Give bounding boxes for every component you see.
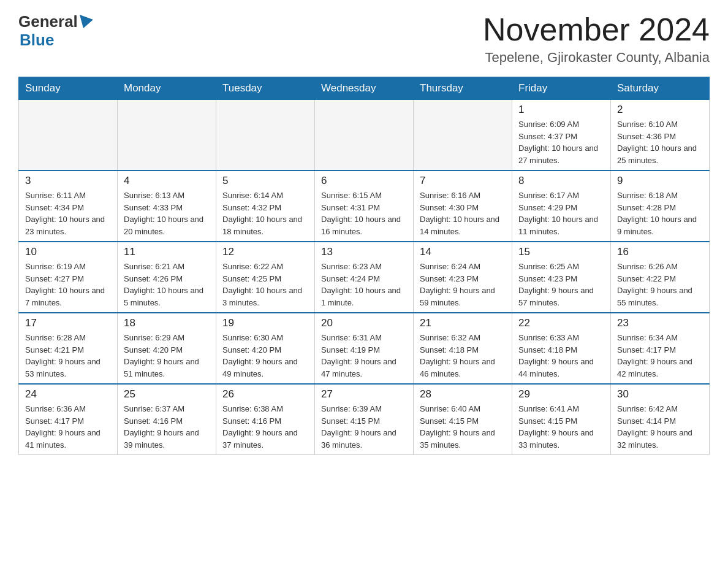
calendar-day-cell: 19Sunrise: 6:30 AM Sunset: 4:20 PM Dayli… xyxy=(216,313,315,384)
day-info: Sunrise: 6:18 AM Sunset: 4:28 PM Dayligh… xyxy=(617,190,703,237)
calendar-day-cell: 21Sunrise: 6:32 AM Sunset: 4:18 PM Dayli… xyxy=(414,313,512,384)
col-tuesday: Tuesday xyxy=(216,77,315,100)
day-info: Sunrise: 6:40 AM Sunset: 4:15 PM Dayligh… xyxy=(420,403,506,451)
calendar-day-cell: 5Sunrise: 6:14 AM Sunset: 4:32 PM Daylig… xyxy=(216,170,315,242)
day-info: Sunrise: 6:19 AM Sunset: 4:27 PM Dayligh… xyxy=(25,261,111,308)
calendar-day-cell: 13Sunrise: 6:23 AM Sunset: 4:24 PM Dayli… xyxy=(315,242,414,313)
day-info: Sunrise: 6:39 AM Sunset: 4:15 PM Dayligh… xyxy=(321,403,407,451)
day-number: 27 xyxy=(321,388,407,400)
title-area: November 2024 Tepelene, Gjirokaster Coun… xyxy=(483,12,710,66)
calendar-day-cell xyxy=(315,100,414,171)
day-info: Sunrise: 6:24 AM Sunset: 4:23 PM Dayligh… xyxy=(420,261,506,308)
day-info: Sunrise: 6:11 AM Sunset: 4:34 PM Dayligh… xyxy=(25,190,111,237)
month-title: November 2024 xyxy=(483,12,710,47)
calendar-day-cell xyxy=(19,100,118,171)
svg-marker-0 xyxy=(80,15,93,28)
calendar-day-cell: 9Sunrise: 6:18 AM Sunset: 4:28 PM Daylig… xyxy=(611,170,710,242)
calendar-day-cell: 16Sunrise: 6:26 AM Sunset: 4:22 PM Dayli… xyxy=(611,242,710,313)
calendar-week-row: 10Sunrise: 6:19 AM Sunset: 4:27 PM Dayli… xyxy=(19,242,710,313)
col-monday: Monday xyxy=(118,77,216,100)
logo-general-text: General xyxy=(18,13,78,29)
day-number: 3 xyxy=(25,175,111,187)
day-info: Sunrise: 6:38 AM Sunset: 4:16 PM Dayligh… xyxy=(222,403,308,451)
calendar-day-cell: 18Sunrise: 6:29 AM Sunset: 4:20 PM Dayli… xyxy=(118,313,216,384)
calendar-week-row: 24Sunrise: 6:36 AM Sunset: 4:17 PM Dayli… xyxy=(19,384,710,455)
logo-blue-text: Blue xyxy=(20,32,54,48)
day-info: Sunrise: 6:10 AM Sunset: 4:36 PM Dayligh… xyxy=(617,118,703,166)
calendar-day-cell: 14Sunrise: 6:24 AM Sunset: 4:23 PM Dayli… xyxy=(414,242,512,313)
day-info: Sunrise: 6:13 AM Sunset: 4:33 PM Dayligh… xyxy=(124,190,210,237)
day-number: 23 xyxy=(617,317,703,329)
calendar-day-cell: 22Sunrise: 6:33 AM Sunset: 4:18 PM Dayli… xyxy=(512,313,611,384)
day-number: 9 xyxy=(617,175,703,187)
day-info: Sunrise: 6:21 AM Sunset: 4:26 PM Dayligh… xyxy=(124,261,210,308)
day-info: Sunrise: 6:28 AM Sunset: 4:21 PM Dayligh… xyxy=(25,332,111,380)
day-number: 7 xyxy=(420,175,506,187)
day-number: 25 xyxy=(124,388,210,400)
day-number: 29 xyxy=(518,388,604,400)
day-number: 16 xyxy=(617,246,703,258)
calendar-day-cell: 17Sunrise: 6:28 AM Sunset: 4:21 PM Dayli… xyxy=(19,313,118,384)
day-number: 4 xyxy=(124,175,210,187)
calendar-day-cell: 10Sunrise: 6:19 AM Sunset: 4:27 PM Dayli… xyxy=(19,242,118,313)
day-number: 21 xyxy=(420,317,506,329)
day-info: Sunrise: 6:17 AM Sunset: 4:29 PM Dayligh… xyxy=(518,190,604,237)
calendar-day-cell: 20Sunrise: 6:31 AM Sunset: 4:19 PM Dayli… xyxy=(315,313,414,384)
day-info: Sunrise: 6:23 AM Sunset: 4:24 PM Dayligh… xyxy=(321,261,407,308)
calendar-day-cell: 30Sunrise: 6:42 AM Sunset: 4:14 PM Dayli… xyxy=(611,384,710,455)
day-info: Sunrise: 6:31 AM Sunset: 4:19 PM Dayligh… xyxy=(321,332,407,380)
day-number: 12 xyxy=(222,246,308,258)
day-number: 17 xyxy=(25,317,111,329)
day-number: 6 xyxy=(321,175,407,187)
day-info: Sunrise: 6:22 AM Sunset: 4:25 PM Dayligh… xyxy=(222,261,308,308)
calendar-day-cell xyxy=(414,100,512,171)
calendar-day-cell: 4Sunrise: 6:13 AM Sunset: 4:33 PM Daylig… xyxy=(118,170,216,242)
day-info: Sunrise: 6:36 AM Sunset: 4:17 PM Dayligh… xyxy=(25,403,111,451)
calendar-week-row: 17Sunrise: 6:28 AM Sunset: 4:21 PM Dayli… xyxy=(19,313,710,384)
calendar-week-row: 3Sunrise: 6:11 AM Sunset: 4:34 PM Daylig… xyxy=(19,170,710,242)
day-number: 22 xyxy=(518,317,604,329)
page-header: General Blue November 2024 Tepelene, Gji… xyxy=(18,12,710,66)
calendar-day-cell: 28Sunrise: 6:40 AM Sunset: 4:15 PM Dayli… xyxy=(414,384,512,455)
day-number: 19 xyxy=(222,317,308,329)
calendar-day-cell: 27Sunrise: 6:39 AM Sunset: 4:15 PM Dayli… xyxy=(315,384,414,455)
day-info: Sunrise: 6:34 AM Sunset: 4:17 PM Dayligh… xyxy=(617,332,703,380)
calendar-day-cell: 2Sunrise: 6:10 AM Sunset: 4:36 PM Daylig… xyxy=(611,100,710,171)
day-info: Sunrise: 6:09 AM Sunset: 4:37 PM Dayligh… xyxy=(518,118,604,166)
calendar-day-cell: 26Sunrise: 6:38 AM Sunset: 4:16 PM Dayli… xyxy=(216,384,315,455)
calendar-day-cell: 7Sunrise: 6:16 AM Sunset: 4:30 PM Daylig… xyxy=(414,170,512,242)
calendar-day-cell xyxy=(118,100,216,171)
day-number: 2 xyxy=(617,104,703,116)
day-info: Sunrise: 6:30 AM Sunset: 4:20 PM Dayligh… xyxy=(222,332,308,380)
logo-triangle-icon xyxy=(80,15,93,28)
col-sunday: Sunday xyxy=(19,77,118,100)
day-number: 5 xyxy=(222,175,308,187)
calendar-day-cell: 25Sunrise: 6:37 AM Sunset: 4:16 PM Dayli… xyxy=(118,384,216,455)
logo: General Blue xyxy=(18,12,93,48)
day-number: 11 xyxy=(124,246,210,258)
day-info: Sunrise: 6:26 AM Sunset: 4:22 PM Dayligh… xyxy=(617,261,703,308)
day-info: Sunrise: 6:14 AM Sunset: 4:32 PM Dayligh… xyxy=(222,190,308,237)
calendar-day-cell: 11Sunrise: 6:21 AM Sunset: 4:26 PM Dayli… xyxy=(118,242,216,313)
calendar-day-cell: 8Sunrise: 6:17 AM Sunset: 4:29 PM Daylig… xyxy=(512,170,611,242)
calendar-day-cell: 23Sunrise: 6:34 AM Sunset: 4:17 PM Dayli… xyxy=(611,313,710,384)
calendar-day-cell: 15Sunrise: 6:25 AM Sunset: 4:23 PM Dayli… xyxy=(512,242,611,313)
day-number: 1 xyxy=(518,104,604,116)
day-info: Sunrise: 6:42 AM Sunset: 4:14 PM Dayligh… xyxy=(617,403,703,451)
calendar-day-cell: 29Sunrise: 6:41 AM Sunset: 4:15 PM Dayli… xyxy=(512,384,611,455)
col-saturday: Saturday xyxy=(611,77,710,100)
day-number: 24 xyxy=(25,388,111,400)
calendar-day-cell: 3Sunrise: 6:11 AM Sunset: 4:34 PM Daylig… xyxy=(19,170,118,242)
day-info: Sunrise: 6:41 AM Sunset: 4:15 PM Dayligh… xyxy=(518,403,604,451)
day-info: Sunrise: 6:37 AM Sunset: 4:16 PM Dayligh… xyxy=(124,403,210,451)
day-info: Sunrise: 6:33 AM Sunset: 4:18 PM Dayligh… xyxy=(518,332,604,380)
day-number: 30 xyxy=(617,388,703,400)
day-info: Sunrise: 6:25 AM Sunset: 4:23 PM Dayligh… xyxy=(518,261,604,308)
calendar-day-cell: 12Sunrise: 6:22 AM Sunset: 4:25 PM Dayli… xyxy=(216,242,315,313)
day-info: Sunrise: 6:32 AM Sunset: 4:18 PM Dayligh… xyxy=(420,332,506,380)
day-info: Sunrise: 6:16 AM Sunset: 4:30 PM Dayligh… xyxy=(420,190,506,237)
day-number: 13 xyxy=(321,246,407,258)
calendar-day-cell: 6Sunrise: 6:15 AM Sunset: 4:31 PM Daylig… xyxy=(315,170,414,242)
col-wednesday: Wednesday xyxy=(315,77,414,100)
col-friday: Friday xyxy=(512,77,611,100)
